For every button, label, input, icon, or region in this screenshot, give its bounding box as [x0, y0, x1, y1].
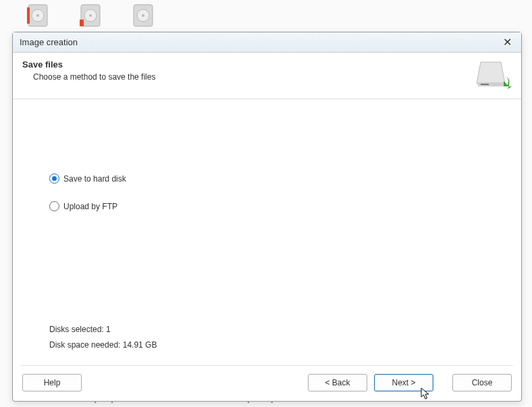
close-icon[interactable]: ✕ — [499, 36, 516, 49]
next-button[interactable]: Next > — [374, 374, 433, 391]
svg-rect-3 — [27, 7, 30, 24]
option-upload-ftp[interactable]: Upload by FTP — [49, 201, 485, 211]
svg-point-2 — [36, 14, 39, 17]
image-creation-dialog: Image creation ✕ Save files Choose a met… — [12, 32, 522, 402]
dialog-title: Image creation — [20, 37, 78, 47]
radio-icon — [49, 201, 59, 211]
drive-icon — [128, 2, 158, 29]
background-drives — [0, 0, 532, 29]
wizard-content: Save to hard disk Upload by FTP Disks se… — [13, 99, 521, 365]
page-subtitle: Choose a method to save the files — [22, 72, 474, 82]
disk-space-row: Disk space needed: 14.91 GB — [49, 337, 157, 353]
svg-rect-7 — [80, 20, 84, 26]
drive-icon — [23, 2, 53, 29]
help-button[interactable]: Help — [22, 374, 82, 391]
page-title: Save files — [22, 59, 474, 70]
wizard-header: Save files Choose a method to save the f… — [13, 53, 521, 99]
close-button[interactable]: Close — [452, 374, 512, 391]
drive-icon — [76, 2, 105, 29]
save-drive-icon — [474, 59, 512, 90]
svg-point-10 — [142, 14, 144, 17]
option-label: Save to hard disk — [63, 174, 126, 184]
back-button[interactable]: < Back — [308, 374, 367, 391]
radio-icon — [49, 173, 59, 184]
summary-block: Disks selected: 1 Disk space needed: 14.… — [49, 322, 157, 353]
titlebar: Image creation ✕ — [13, 32, 521, 53]
svg-rect-12 — [481, 84, 489, 85]
option-label: Upload by FTP — [63, 202, 117, 211]
wizard-footer: Help < Back Next > Close — [13, 366, 521, 401]
option-save-hard-disk[interactable]: Save to hard disk — [49, 173, 485, 184]
svg-point-6 — [89, 14, 92, 17]
disks-selected-row: Disks selected: 1 — [49, 322, 157, 337]
